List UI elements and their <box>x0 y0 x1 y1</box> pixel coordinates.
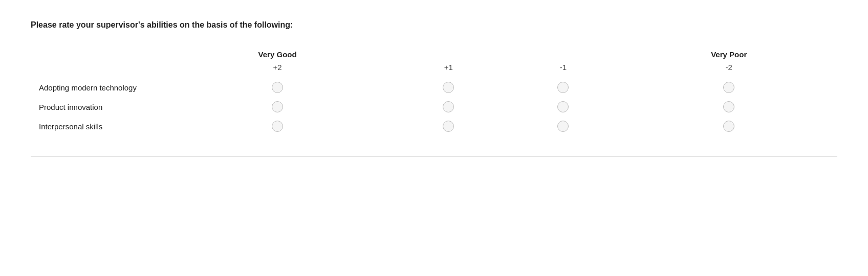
empty-header <box>31 46 164 61</box>
table-row: Interpersonal skills <box>31 117 837 136</box>
row-label-row_interpersonal: Interpersonal skills <box>31 117 164 136</box>
scale-value-p1: +1 <box>391 61 506 78</box>
radio-cell-row_interpersonal-col_n1[interactable] <box>506 117 620 136</box>
radio-row_tech-col_n1[interactable] <box>557 82 569 93</box>
radio-cell-row_tech-col_p2[interactable] <box>164 78 391 97</box>
empty-col-3 <box>506 46 620 61</box>
radio-cell-row_interpersonal-col_p2[interactable] <box>164 117 391 136</box>
radio-cell-row_innovation-col_n2[interactable] <box>620 97 837 117</box>
row-label-row_tech: Adopting modern technology <box>31 78 164 97</box>
scale-values-row: +2 +1 -1 -2 <box>31 61 837 78</box>
rating-table: Very Good Very Poor +2 +1 -1 -2 Adopting… <box>31 46 837 136</box>
radio-row_innovation-col_p2[interactable] <box>272 101 283 112</box>
radio-cell-row_innovation-col_p1[interactable] <box>391 97 506 117</box>
radio-row_interpersonal-col_n2[interactable] <box>723 121 734 132</box>
radio-cell-row_innovation-col_p2[interactable] <box>164 97 391 117</box>
row-label-row_innovation: Product innovation <box>31 97 164 117</box>
section-divider <box>31 156 837 157</box>
very-poor-header: Very Poor <box>620 46 837 61</box>
radio-cell-row_tech-col_n2[interactable] <box>620 78 837 97</box>
radio-row_tech-col_p2[interactable] <box>272 82 283 93</box>
radio-cell-row_tech-col_n1[interactable] <box>506 78 620 97</box>
radio-row_innovation-col_n1[interactable] <box>557 101 569 112</box>
radio-row_interpersonal-col_p2[interactable] <box>272 121 283 132</box>
scale-value-n2: -2 <box>620 61 837 78</box>
very-good-header: Very Good <box>164 46 391 61</box>
radio-row_innovation-col_p1[interactable] <box>443 101 454 112</box>
radio-cell-row_tech-col_p1[interactable] <box>391 78 506 97</box>
radio-row_interpersonal-col_p1[interactable] <box>443 121 454 132</box>
radio-row_innovation-col_n2[interactable] <box>723 101 734 112</box>
radio-row_tech-col_p1[interactable] <box>443 82 454 93</box>
empty-col-2 <box>391 46 506 61</box>
radio-row_tech-col_n2[interactable] <box>723 82 734 93</box>
radio-row_interpersonal-col_n1[interactable] <box>557 121 569 132</box>
radio-cell-row_interpersonal-col_n2[interactable] <box>620 117 837 136</box>
scale-value-p2: +2 <box>164 61 391 78</box>
table-row: Product innovation <box>31 97 837 117</box>
table-row: Adopting modern technology <box>31 78 837 97</box>
question-title: Please rate your supervisor's abilities … <box>31 20 837 30</box>
scale-value-n1: -1 <box>506 61 620 78</box>
radio-cell-row_innovation-col_n1[interactable] <box>506 97 620 117</box>
column-headers-row: Very Good Very Poor <box>31 46 837 61</box>
radio-cell-row_interpersonal-col_p1[interactable] <box>391 117 506 136</box>
empty-scale-label <box>31 61 164 78</box>
